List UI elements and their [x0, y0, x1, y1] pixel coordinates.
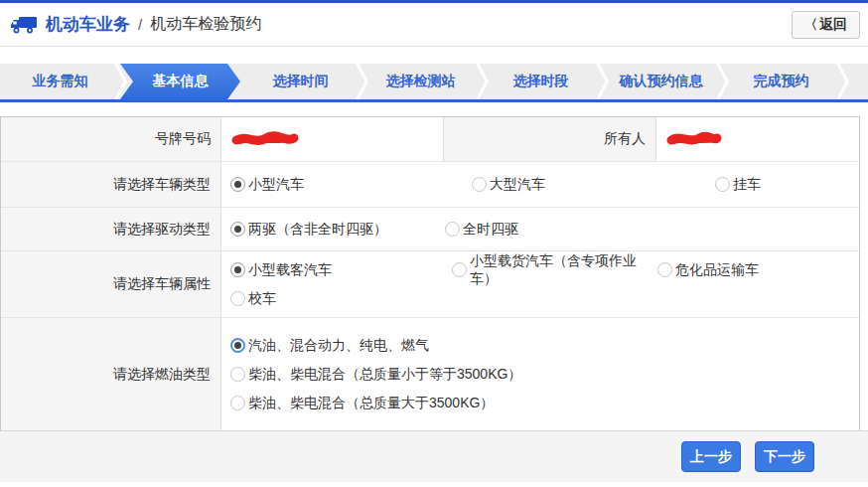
option-label: 小型载货汽车（含专项作业车） — [470, 252, 657, 288]
breadcrumb-section: 机动车业务 — [46, 13, 130, 36]
step-complete[interactable]: 完成预约 — [721, 64, 841, 99]
next-step-button[interactable]: 下一步 — [755, 441, 814, 472]
radio-diesel-under-3500kg[interactable] — [230, 367, 245, 382]
header: 机动车业务 / 机动车检验预约 〈 返回 — [0, 3, 868, 47]
step-confirm-info[interactable]: 确认预约信息 — [601, 64, 721, 99]
action-bar: 上一步 下一步 — [0, 430, 868, 482]
option-small-car[interactable]: 小型汽车 — [230, 176, 472, 194]
option-label: 挂车 — [733, 176, 761, 194]
option-school-bus[interactable]: 校车 — [230, 290, 276, 308]
row-vehicle-type: 请选择车辆类型 小型汽车 大型汽车 挂车 — [1, 162, 859, 208]
option-line: 汽油、混合动力、纯电、燃气 — [230, 331, 859, 360]
option-line: 小型汽车 大型汽车 挂车 — [230, 170, 859, 199]
option-two-wheel-drive[interactable]: 两驱（含非全时四驱） — [230, 221, 445, 239]
row-vehicle-attribute: 请选择车辆属性 小型载客汽车 小型载货汽车（含专项作业车） 危化品运输车 — [1, 251, 859, 318]
option-full-time-4wd[interactable]: 全时四驱 — [445, 221, 518, 239]
step-basic-info[interactable]: 基本信息 — [120, 64, 240, 99]
radio-small-cargo[interactable] — [452, 262, 467, 277]
vehicle-type-label: 请选择车辆类型 — [1, 162, 221, 207]
radio-large-car[interactable] — [472, 177, 487, 192]
option-label: 柴油、柴电混合（总质量小于等于3500KG） — [248, 366, 521, 384]
radio-hazardous-transport[interactable] — [657, 262, 672, 277]
step-select-timeslot[interactable]: 选择时段 — [481, 64, 601, 99]
option-line: 小型载客汽车 小型载货汽车（含专项作业车） 危化品运输车 — [230, 255, 859, 284]
drive-type-options: 两驱（含非全时四驱） 全时四驱 — [221, 208, 859, 250]
option-label: 小型载客汽车 — [248, 261, 332, 279]
radio-diesel-over-3500kg[interactable] — [230, 396, 245, 410]
option-small-cargo[interactable]: 小型载货汽车（含专项作业车） — [452, 252, 657, 288]
plate-number-label: 号牌号码 — [1, 117, 221, 161]
back-button[interactable]: 〈 返回 — [792, 11, 860, 39]
step-label: 选择时间 — [273, 73, 329, 90]
step-notice[interactable]: 业务需知 — [0, 64, 120, 99]
redacted-plate-scribble — [230, 130, 300, 148]
step-label: 选择时段 — [513, 73, 569, 90]
option-diesel-under-3500kg[interactable]: 柴油、柴电混合（总质量小于等于3500KG） — [230, 366, 521, 384]
drive-type-label: 请选择驱动类型 — [1, 208, 221, 250]
vehicle-attribute-options: 小型载客汽车 小型载货汽车（含专项作业车） 危化品运输车 校车 — [221, 251, 859, 317]
radio-two-wheel-drive[interactable] — [230, 222, 245, 237]
row-fuel-type: 请选择燃油类型 汽油、混合动力、纯电、燃气 柴油、柴电混合（总质量小于等于350… — [1, 318, 859, 430]
radio-school-bus[interactable] — [230, 291, 245, 306]
vehicle-type-options: 小型汽车 大型汽车 挂车 — [221, 162, 859, 207]
option-label: 汽油、混合动力、纯电、燃气 — [248, 337, 429, 355]
option-line: 柴油、柴电混合（总质量大于3500KG） — [230, 389, 859, 417]
option-label: 柴油、柴电混合（总质量大于3500KG） — [248, 395, 494, 412]
option-small-passenger[interactable]: 小型载客汽车 — [230, 261, 452, 279]
row-drive-type: 请选择驱动类型 两驱（含非全时四驱） 全时四驱 — [1, 208, 859, 251]
option-diesel-over-3500kg[interactable]: 柴油、柴电混合（总质量大于3500KG） — [230, 395, 494, 412]
step-label: 业务需知 — [33, 73, 88, 90]
option-label: 危化品运输车 — [675, 261, 759, 279]
redacted-owner-scribble — [665, 130, 723, 148]
radio-gasoline-hybrid-electric-gas[interactable] — [230, 338, 245, 353]
option-label: 全时四驱 — [463, 221, 518, 239]
page: 机动车业务 / 机动车检验预约 〈 返回 业务需知 基本信息 选择时间 选择检测… — [0, 0, 868, 487]
chevron-left-icon: 〈 — [804, 16, 817, 34]
radio-trailer[interactable] — [715, 177, 730, 192]
step-label: 完成预约 — [754, 73, 809, 90]
owner-label: 所有人 — [444, 117, 656, 161]
back-button-label: 返回 — [819, 16, 847, 34]
option-label: 两驱（含非全时四驱） — [248, 221, 387, 239]
page-title: 机动车检验预约 — [150, 14, 261, 35]
fuel-type-label: 请选择燃油类型 — [1, 318, 221, 430]
previous-step-button[interactable]: 上一步 — [681, 441, 741, 472]
fuel-type-options: 汽油、混合动力、纯电、燃气 柴油、柴电混合（总质量小于等于3500KG） 柴油、… — [221, 318, 859, 430]
option-line: 柴油、柴电混合（总质量小于等于3500KG） — [230, 360, 859, 389]
appointment-form: 号牌号码 所有人 请选择车辆类型 — [0, 116, 860, 431]
step-wizard: 业务需知 基本信息 选择时间 选择检测站 选择时段 确认预约信息 完成预约 — [0, 64, 868, 102]
radio-small-passenger[interactable] — [230, 262, 245, 277]
step-label: 选择检测站 — [386, 73, 456, 90]
row-plate-owner: 号牌号码 所有人 — [1, 117, 859, 162]
option-trailer[interactable]: 挂车 — [715, 176, 761, 194]
plate-number-value — [221, 117, 444, 161]
option-hazardous-transport[interactable]: 危化品运输车 — [657, 261, 759, 279]
option-label: 小型汽车 — [248, 176, 304, 194]
option-line: 两驱（含非全时四驱） 全时四驱 — [230, 215, 859, 244]
option-gasoline-hybrid-electric-gas[interactable]: 汽油、混合动力、纯电、燃气 — [230, 337, 429, 355]
radio-full-time-4wd[interactable] — [445, 222, 460, 237]
truck-icon — [10, 14, 38, 36]
vehicle-attribute-label: 请选择车辆属性 — [1, 251, 221, 317]
step-label: 基本信息 — [153, 73, 209, 90]
option-label: 校车 — [248, 290, 276, 308]
step-label: 确认预约信息 — [620, 73, 703, 90]
option-line: 校车 — [230, 284, 859, 313]
option-label: 大型汽车 — [490, 176, 545, 194]
breadcrumb-separator: / — [138, 16, 142, 33]
option-large-car[interactable]: 大型汽车 — [472, 176, 715, 194]
owner-value — [656, 117, 859, 161]
step-select-station[interactable]: 选择检测站 — [361, 64, 481, 99]
step-select-time[interactable]: 选择时间 — [240, 64, 361, 99]
radio-small-car[interactable] — [230, 177, 245, 192]
